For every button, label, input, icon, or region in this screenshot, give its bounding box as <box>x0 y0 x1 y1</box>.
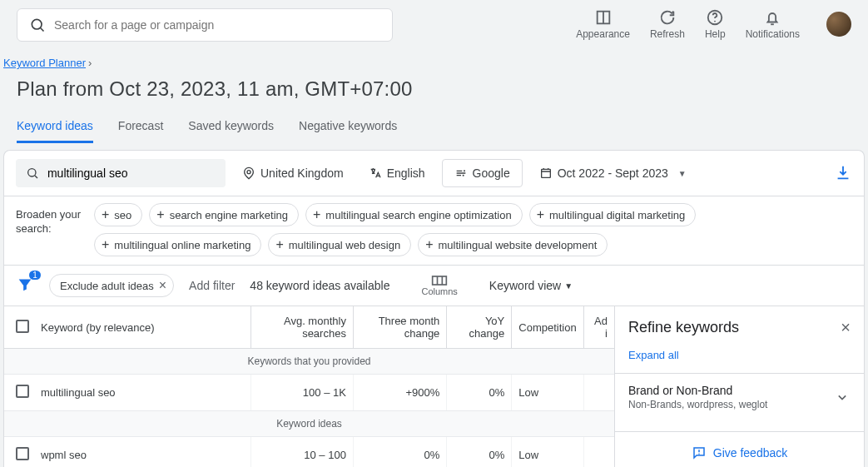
tab-forecast[interactable]: Forecast <box>118 112 163 143</box>
col-competition[interactable]: Competition <box>512 306 583 349</box>
plus-icon: + <box>313 207 320 222</box>
location-icon <box>242 166 255 180</box>
close-icon[interactable]: × <box>159 278 166 293</box>
plus-icon: + <box>102 237 109 252</box>
chevron-right-icon: › <box>88 57 92 69</box>
network-filter[interactable]: Google <box>442 159 523 187</box>
keyword-table: Keyword (by relevance) Avg. monthly sear… <box>4 306 614 467</box>
global-search-input[interactable] <box>54 18 380 32</box>
table-row: multilingual seo 100 – 1K +900% 0% Low <box>4 375 614 411</box>
svg-point-9 <box>247 171 250 174</box>
notifications-button[interactable]: Notifications <box>746 8 800 40</box>
svg-point-13 <box>464 170 465 171</box>
download-icon <box>834 163 852 181</box>
tab-saved-keywords[interactable]: Saved keywords <box>188 112 274 143</box>
feedback-icon <box>692 445 707 460</box>
refine-section-brand[interactable]: Brand or Non-Brand Non-Brands, wordpress… <box>615 373 864 420</box>
section-ideas-label: Keyword ideas <box>4 411 614 437</box>
search-icon <box>26 166 39 181</box>
broaden-chip[interactable]: +search engine marketing <box>149 203 299 226</box>
language-icon <box>369 166 382 180</box>
svg-rect-19 <box>433 276 447 285</box>
appearance-icon <box>594 8 613 27</box>
give-feedback-button[interactable]: Give feedback <box>615 431 864 467</box>
download-button[interactable] <box>834 163 852 184</box>
ideas-count-label: 48 keyword ideas available <box>250 279 389 292</box>
plus-icon: + <box>537 207 544 222</box>
cell-three-month: +900% <box>353 375 446 411</box>
caret-down-icon: ▼ <box>564 281 573 291</box>
bell-icon <box>763 8 781 27</box>
expand-all-link[interactable]: Expand all <box>615 349 864 373</box>
broaden-chip[interactable]: +multilingual online marketing <box>94 233 261 256</box>
language-filter[interactable]: English <box>360 161 434 185</box>
close-icon[interactable]: × <box>841 318 851 337</box>
calendar-icon <box>539 166 553 180</box>
svg-point-5 <box>714 21 716 22</box>
help-label: Help <box>705 28 726 40</box>
columns-button[interactable]: Columns <box>421 275 457 296</box>
date-range-value: Oct 2022 - Sept 2023 <box>558 166 668 180</box>
svg-point-7 <box>28 169 36 176</box>
appearance-button[interactable]: Appearance <box>576 8 630 40</box>
col-yoy[interactable]: YoY change <box>447 306 512 349</box>
refresh-icon <box>658 8 677 27</box>
broaden-chip[interactable]: +multilingual website development <box>418 233 608 256</box>
keyword-input[interactable] <box>47 166 216 180</box>
plus-icon: + <box>102 207 109 222</box>
broaden-chip[interactable]: +multilingual digital marketing <box>529 203 697 226</box>
section-provided-label: Keywords that you provided <box>4 349 614 375</box>
help-icon <box>706 8 724 27</box>
language-value: English <box>387 166 425 180</box>
keyword-input-wrap[interactable] <box>16 159 226 187</box>
refine-keywords-panel: Refine keywords × Expand all Brand or No… <box>614 306 864 467</box>
account-avatar[interactable] <box>826 12 851 37</box>
columns-icon <box>431 275 448 286</box>
tab-negative-keywords[interactable]: Negative keywords <box>299 112 397 143</box>
keyword-view-dropdown[interactable]: Keyword view ▼ <box>489 279 573 292</box>
filter-funnel-button[interactable]: 1 <box>16 276 34 296</box>
svg-point-0 <box>32 19 42 29</box>
cell-avg: 10 – 100 <box>250 437 353 468</box>
cell-keyword[interactable]: wpml seo <box>34 437 250 468</box>
search-icon <box>29 17 46 33</box>
refresh-button[interactable]: Refresh <box>650 8 685 40</box>
col-avg-searches[interactable]: Avg. monthly searches <box>250 306 353 349</box>
tab-keyword-ideas[interactable]: Keyword ideas <box>17 112 93 143</box>
svg-rect-15 <box>541 169 550 177</box>
col-keyword[interactable]: Keyword (by relevance) <box>34 306 250 349</box>
broaden-chip[interactable]: +multilingual web design <box>268 233 411 256</box>
cell-three-month: 0% <box>353 437 446 468</box>
date-range-filter[interactable]: Oct 2022 - Sept 2023 ▼ <box>531 161 695 185</box>
broaden-chip[interactable]: +multilingual search engine optimization <box>305 203 523 226</box>
svg-point-14 <box>462 175 464 176</box>
col-three-month[interactable]: Three month change <box>353 306 446 349</box>
refine-title: Refine keywords <box>628 319 739 336</box>
appearance-label: Appearance <box>576 28 630 40</box>
svg-point-23 <box>698 453 700 455</box>
svg-line-8 <box>35 176 37 178</box>
help-button[interactable]: Help <box>705 8 726 40</box>
plus-icon: + <box>425 237 433 252</box>
col-ad[interactable]: Ad i <box>583 306 614 349</box>
cell-keyword[interactable]: multilingual seo <box>34 375 250 411</box>
add-filter-button[interactable]: Add filter <box>189 279 235 292</box>
location-filter[interactable]: United Kingdom <box>234 161 352 185</box>
row-checkbox[interactable] <box>16 385 29 398</box>
plus-icon: + <box>275 237 283 252</box>
location-value: United Kingdom <box>260 166 344 180</box>
cell-competition: Low <box>512 437 583 468</box>
broaden-label: Broaden your search: <box>16 203 82 236</box>
refine-section-subtitle: Non-Brands, wordpress, weglot <box>628 399 767 410</box>
cell-avg: 100 – 1K <box>250 375 353 411</box>
page-title: Plan from Oct 23, 2023, 11 am, GMT+07:00 <box>0 69 868 112</box>
broaden-chip[interactable]: +seo <box>94 203 142 226</box>
breadcrumb-root-link[interactable]: Keyword Planner <box>3 57 86 69</box>
chevron-down-icon <box>834 389 851 405</box>
select-all-checkbox[interactable] <box>16 320 29 333</box>
network-icon <box>454 166 468 180</box>
exclude-adult-chip[interactable]: Exclude adult ideas × <box>49 274 174 297</box>
row-checkbox[interactable] <box>16 447 29 460</box>
notifications-label: Notifications <box>746 28 800 40</box>
global-search[interactable] <box>17 8 393 42</box>
